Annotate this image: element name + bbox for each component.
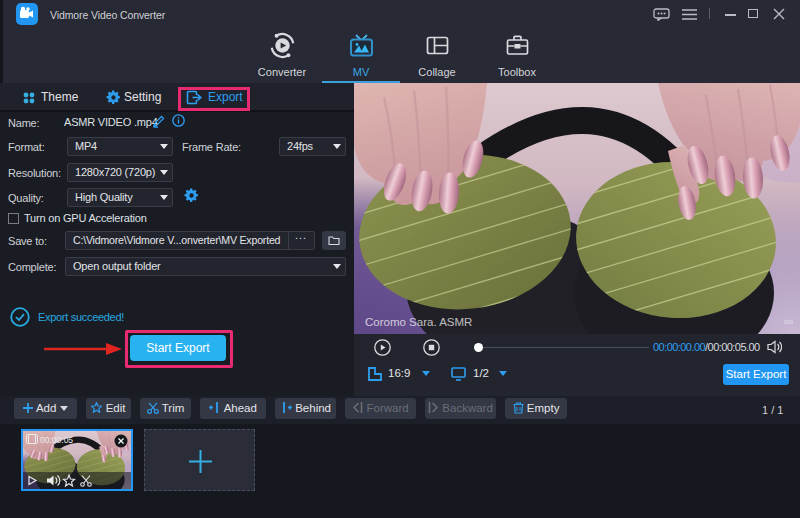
svg-text:00:00:05: 00:00:05 — [40, 435, 73, 445]
svg-text:Coromo Sara. ASMR: Coromo Sara. ASMR — [365, 316, 472, 328]
svg-text:oo: oo — [784, 317, 793, 326]
